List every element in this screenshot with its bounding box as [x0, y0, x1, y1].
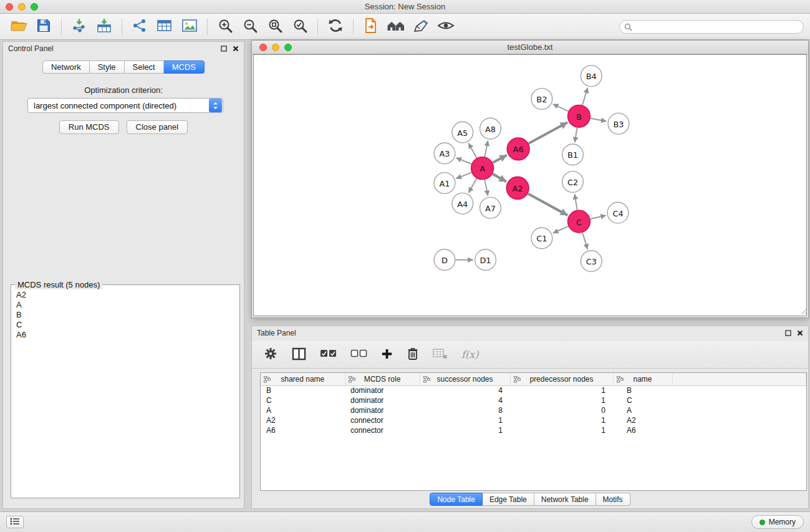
table-row[interactable]: Adominator80A [261, 405, 806, 415]
table-settings-button[interactable] [263, 346, 278, 363]
mcds-result-item[interactable]: A [16, 300, 234, 310]
graph-node-D[interactable]: D [434, 249, 455, 271]
import-network-from-file-button[interactable] [67, 17, 92, 37]
minimize-network-window-button[interactable] [272, 44, 279, 51]
table-cell[interactable]: A [613, 405, 672, 415]
graph-edge-A6-B[interactable] [529, 122, 567, 143]
graph-edge-A-A4[interactable] [469, 178, 477, 193]
table-cell[interactable]: C [261, 395, 345, 405]
graph-edge-C-C2[interactable] [575, 194, 577, 210]
search-input[interactable] [619, 20, 804, 34]
graph-edge-C-C4[interactable] [591, 215, 606, 219]
table-cell[interactable]: 4 [420, 385, 510, 395]
zoom-window-button[interactable] [31, 3, 38, 11]
tab-select[interactable]: Select [125, 60, 164, 74]
deselect-all-columns-button[interactable] [350, 349, 367, 360]
export-image-button[interactable] [177, 17, 202, 37]
graph-node-B2[interactable]: B2 [531, 89, 552, 110]
graph-edge-A-A5[interactable] [468, 143, 476, 158]
graph-node-A7[interactable]: A7 [480, 197, 501, 218]
table-cell[interactable]: 0 [510, 405, 613, 415]
mcds-result-list[interactable]: A2ABCA6 [11, 285, 239, 498]
float-table-panel-button[interactable] [785, 330, 791, 336]
tab-node-table[interactable]: Node Table [430, 493, 483, 506]
column-header-MCDS-role[interactable]: MCDS role [345, 373, 420, 385]
close-network-window-button[interactable] [259, 44, 267, 51]
graph-node-D1[interactable]: D1 [475, 249, 496, 271]
table-cell[interactable]: A2 [261, 415, 345, 425]
tab-style[interactable]: Style [90, 60, 125, 74]
export-network-button[interactable] [127, 17, 152, 37]
graph-node-C1[interactable]: C1 [531, 228, 552, 249]
tab-mcds[interactable]: MCDS [164, 60, 205, 74]
optimization-criterion-select[interactable]: largest connected component (directed) [27, 98, 223, 113]
column-header-successor-nodes[interactable]: successor nodes [420, 373, 510, 385]
graph-node-A5[interactable]: A5 [452, 122, 473, 143]
zoom-selected-button[interactable] [287, 17, 312, 37]
delete-table-button[interactable] [433, 348, 448, 361]
home-button[interactable] [383, 17, 408, 37]
graph-edge-C-C1[interactable] [553, 226, 568, 233]
graph-edge-A-A1[interactable] [456, 173, 471, 179]
tab-motifs[interactable]: Motifs [596, 493, 630, 506]
close-mcds-panel-button[interactable]: Close panel [127, 120, 188, 134]
table-cell[interactable]: C [613, 395, 672, 405]
mcds-result-item[interactable]: A6 [16, 330, 234, 340]
graph-node-B4[interactable]: B4 [581, 65, 602, 87]
run-mcds-button[interactable]: Run MCDS [59, 120, 119, 134]
graph-node-A4[interactable]: A4 [452, 193, 473, 214]
graph-edge-A-A2[interactable] [493, 174, 506, 181]
table-cell[interactable]: connector [345, 415, 420, 425]
graph-edge-B-B3[interactable] [591, 118, 606, 122]
graph-node-C4[interactable]: C4 [607, 202, 629, 223]
tab-network-table[interactable]: Network Table [534, 493, 596, 506]
graph-edge-A-A3[interactable] [456, 158, 471, 164]
graph-node-A1[interactable]: A1 [434, 173, 455, 194]
table-cell[interactable]: 1 [420, 415, 510, 425]
table-cell[interactable]: 1 [510, 385, 613, 395]
graph-node-A8[interactable]: A8 [480, 118, 501, 139]
function-builder-button[interactable]: f(x) [461, 349, 478, 360]
table-cell[interactable]: 8 [420, 405, 510, 415]
graph-node-B1[interactable]: B1 [562, 144, 584, 165]
close-panel-button[interactable] [233, 46, 239, 52]
select-all-columns-button[interactable] [320, 349, 337, 360]
apply-layout-button[interactable] [323, 17, 348, 37]
import-table-from-file-button[interactable] [92, 17, 117, 37]
annotation-button[interactable] [408, 17, 433, 37]
graph-node-A3[interactable]: A3 [434, 143, 455, 164]
zoom-fit-button[interactable] [263, 17, 287, 37]
create-column-button[interactable] [381, 348, 393, 362]
mcds-result-item[interactable]: C [16, 320, 234, 330]
graph-node-A6[interactable]: A6 [507, 138, 529, 160]
table-cell[interactable]: A6 [613, 425, 672, 435]
graph-edge-C-C3[interactable] [582, 233, 587, 249]
open-session-button[interactable] [6, 17, 31, 37]
console-button[interactable] [6, 516, 24, 528]
table-row[interactable]: A6connector11A6 [261, 425, 806, 435]
mcds-result-item[interactable]: B [16, 310, 234, 320]
column-header-predecessor-nodes[interactable]: predecessor nodes [510, 373, 613, 385]
delete-column-button[interactable] [407, 347, 419, 362]
table-cell[interactable]: 1 [510, 425, 613, 435]
graph-node-B[interactable]: B [568, 105, 591, 127]
table-cell[interactable]: 1 [510, 415, 613, 425]
table-cell[interactable]: 4 [420, 395, 510, 405]
minimize-window-button[interactable] [18, 3, 26, 11]
float-panel-button[interactable] [221, 46, 227, 52]
zoom-network-window-button[interactable] [284, 44, 292, 51]
graph-node-C2[interactable]: C2 [562, 172, 584, 193]
toggle-column-view-button[interactable] [292, 347, 306, 362]
close-window-button[interactable] [6, 3, 13, 11]
network-window-titlebar[interactable]: testGlobe.txt [252, 41, 808, 54]
table-cell[interactable]: A2 [613, 415, 672, 425]
tab-edge-table[interactable]: Edge Table [483, 493, 534, 506]
graph-edge-A-A7[interactable] [485, 180, 488, 196]
table-row[interactable]: Cdominator41C [261, 395, 806, 405]
table-cell[interactable]: dominator [345, 395, 420, 405]
graph-edge-B-B2[interactable] [553, 104, 569, 111]
table-row[interactable]: Bdominator41B [261, 385, 806, 395]
graph-node-C3[interactable]: C3 [581, 251, 602, 272]
close-table-panel-button[interactable] [797, 330, 803, 336]
table-cell[interactable]: A6 [261, 425, 345, 435]
